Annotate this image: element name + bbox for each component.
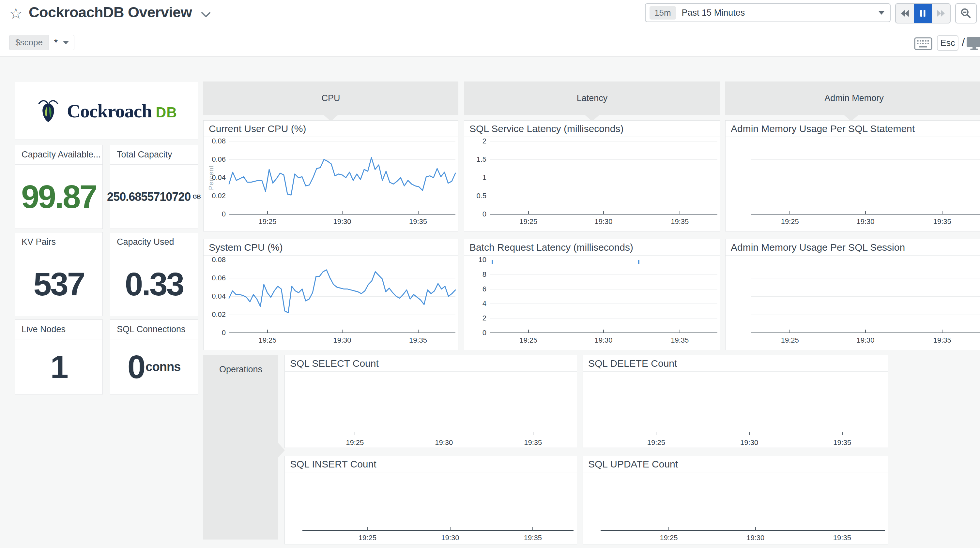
chart-title: Batch Request Latency (milliseconds) bbox=[464, 239, 720, 256]
tile-total-capacity[interactable]: Total Capacity 250.6855710720GB bbox=[110, 145, 198, 229]
time-range-label: Past 15 Minutes bbox=[682, 8, 745, 18]
tickmark bbox=[755, 527, 756, 531]
title-chevron-down-icon[interactable] bbox=[201, 12, 211, 19]
grid bbox=[490, 196, 718, 196]
chart-panel-sql-service-latency[interactable]: SQL Service Latency (milliseconds) 21.51… bbox=[464, 120, 720, 232]
tile-live-nodes[interactable]: Live Nodes 1 bbox=[15, 319, 103, 394]
page-title[interactable]: CockroachDB Overview bbox=[29, 4, 192, 21]
xtick: 19:35 bbox=[397, 336, 439, 345]
tile-value: 1 bbox=[50, 348, 67, 386]
tickmark bbox=[842, 432, 843, 435]
chart-panel-sql-update-count[interactable]: SQL UPDATE Count 19:2519:3019:35 bbox=[583, 456, 888, 545]
top-bar: ☆ CockroachDB Overview 15m Past 15 Minut… bbox=[0, 0, 980, 56]
tile-capacity-used[interactable]: Capacity Used 0.33 bbox=[110, 232, 198, 316]
group-label: Operations bbox=[203, 364, 278, 375]
tile-value: 537 bbox=[33, 265, 84, 303]
tickmark bbox=[942, 330, 942, 333]
ytick: 0.04 bbox=[204, 173, 226, 182]
tickmark bbox=[532, 527, 533, 531]
grid bbox=[490, 303, 718, 304]
time-range-selector[interactable]: 15m Past 15 Minutes bbox=[645, 3, 891, 22]
xtick: 19:25 bbox=[768, 336, 811, 345]
template-variable-scope[interactable]: $scope * bbox=[9, 35, 75, 50]
chart-panel-batch-request-latency[interactable]: Batch Request Latency (milliseconds) 108… bbox=[464, 239, 720, 350]
scope-value-text: * bbox=[54, 37, 58, 48]
xtick: 19:25 bbox=[635, 438, 677, 447]
xtick: 19:30 bbox=[582, 218, 625, 226]
favorite-star-icon[interactable]: ☆ bbox=[9, 5, 22, 22]
timeseries-line bbox=[229, 260, 455, 333]
grid bbox=[751, 196, 980, 196]
ytick: 0.06 bbox=[204, 155, 226, 164]
tile-value: 250.6855710720 bbox=[107, 190, 191, 204]
ytick: 0.02 bbox=[204, 310, 226, 319]
tickmark bbox=[865, 330, 866, 333]
grid bbox=[490, 141, 718, 141]
grid bbox=[751, 278, 980, 278]
tile-kv-pairs[interactable]: KV Pairs 537 bbox=[15, 232, 103, 316]
xtick: 19:25 bbox=[507, 336, 550, 345]
chart-title: Admin Memory Usage Per SQL Session bbox=[725, 239, 980, 256]
group-header-operations[interactable]: Operations bbox=[203, 355, 278, 540]
slash-separator: / bbox=[962, 36, 965, 49]
grid bbox=[490, 318, 718, 319]
cockroachdb-logo-widget[interactable]: Cockroach DB bbox=[15, 82, 198, 140]
group-label: Latency bbox=[577, 93, 608, 103]
chart-panel-sql-select-count[interactable]: SQL SELECT Count 19:2519:3019:35 bbox=[285, 355, 577, 448]
chart-title: SQL INSERT Count bbox=[285, 456, 577, 472]
xtick: 19:35 bbox=[821, 534, 863, 542]
tickmark bbox=[528, 211, 529, 214]
chart-panel-admin-memory-session[interactable]: Admin Memory Usage Per SQL Session 19:25… bbox=[725, 239, 980, 350]
time-range-badge: 15m bbox=[649, 6, 676, 19]
grid bbox=[751, 159, 980, 160]
group-header-latency[interactable]: Latency bbox=[464, 81, 720, 115]
xtick: 19:35 bbox=[921, 218, 963, 226]
tickmark bbox=[679, 211, 680, 214]
tile-title: KV Pairs bbox=[15, 232, 102, 252]
tickmark bbox=[679, 330, 680, 333]
group-header-admin-memory[interactable]: Admin Memory bbox=[725, 81, 980, 115]
grid bbox=[751, 315, 980, 315]
chart-panel-system-cpu[interactable]: System CPU (%) 0.080.060.040.02019:2519:… bbox=[203, 239, 458, 350]
tile-title: Live Nodes bbox=[15, 320, 102, 339]
zoom-out-button[interactable] bbox=[955, 3, 977, 24]
xtick: 19:25 bbox=[507, 218, 550, 226]
chart-panel-sql-delete-count[interactable]: SQL DELETE Count 19:2519:3019:35 bbox=[583, 355, 888, 448]
xtick: 19:30 bbox=[429, 534, 471, 542]
scope-variable-value[interactable]: * bbox=[49, 35, 75, 50]
group-label: Admin Memory bbox=[824, 93, 884, 103]
chart-title: SQL DELETE Count bbox=[583, 355, 888, 372]
xtick: 19:30 bbox=[321, 336, 363, 345]
time-backward-button[interactable] bbox=[896, 4, 914, 23]
tile-capacity-available[interactable]: Capacity Available... 99.87 bbox=[15, 145, 103, 229]
time-range-caret-icon bbox=[878, 11, 885, 15]
keyboard-shortcuts-icon[interactable] bbox=[914, 37, 932, 51]
tickmark bbox=[789, 330, 790, 333]
tv-mode-icon[interactable] bbox=[966, 37, 980, 52]
tile-title: Capacity Available... bbox=[15, 145, 102, 165]
time-stepper bbox=[895, 3, 951, 24]
tile-title: SQL Connections bbox=[110, 320, 198, 339]
group-header-cpu[interactable]: CPU bbox=[203, 81, 458, 115]
xtick: 19:30 bbox=[423, 438, 465, 447]
pause-button[interactable] bbox=[914, 4, 932, 23]
group-pointer bbox=[278, 443, 285, 458]
chart-plot-area: 19:2519:3019:35 bbox=[285, 473, 577, 544]
tickmark bbox=[533, 432, 533, 435]
tickmark bbox=[528, 330, 529, 333]
chart-panel-current-user-cpu[interactable]: Current User CPU (%) Percent0.080.060.04… bbox=[203, 120, 458, 232]
logo-wordmark: Cockroach DB bbox=[67, 100, 177, 122]
tickmark bbox=[842, 527, 842, 531]
tile-sql-connections[interactable]: SQL Connections 0conns bbox=[110, 319, 198, 394]
grid bbox=[490, 275, 718, 275]
ytick: 0.02 bbox=[204, 191, 226, 200]
grid bbox=[490, 289, 718, 289]
chart-panel-sql-insert-count[interactable]: SQL INSERT Count 19:2519:3019:35 bbox=[285, 456, 577, 545]
chart-plot-area: 19:2519:3019:35 bbox=[285, 372, 577, 448]
chart-panel-admin-memory-statement[interactable]: Admin Memory Usage Per SQL Statement 19:… bbox=[725, 120, 980, 232]
esc-key-button[interactable]: Esc bbox=[937, 35, 958, 51]
ytick: 6 bbox=[464, 284, 487, 294]
xtick: 19:30 bbox=[844, 336, 887, 345]
tickmark bbox=[444, 432, 444, 435]
time-forward-button[interactable] bbox=[932, 4, 950, 23]
